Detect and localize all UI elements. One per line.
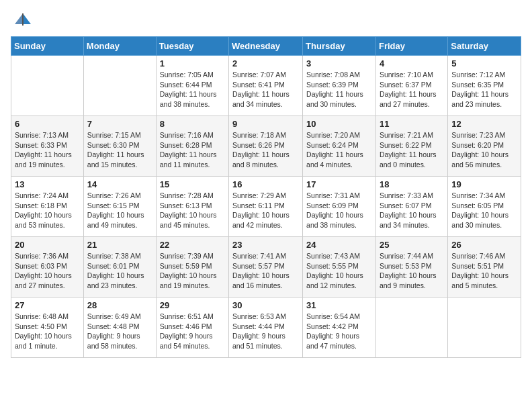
day-info: Sunrise: 7:12 AM Sunset: 6:35 PM Dayligh… — [451, 70, 517, 109]
day-info: Sunrise: 7:44 AM Sunset: 5:53 PM Dayligh… — [380, 251, 444, 291]
calendar-week-row: 1Sunrise: 7:05 AM Sunset: 6:44 PM Daylig… — [11, 56, 521, 116]
day-number: 8 — [160, 119, 225, 129]
day-number: 25 — [380, 240, 444, 250]
day-number: 24 — [306, 240, 372, 250]
day-number: 19 — [451, 179, 517, 189]
day-info: Sunrise: 7:39 AM Sunset: 5:59 PM Dayligh… — [160, 251, 225, 291]
day-number: 9 — [232, 119, 299, 129]
day-number: 1 — [160, 58, 225, 68]
day-info: Sunrise: 7:31 AM Sunset: 6:09 PM Dayligh… — [306, 191, 372, 230]
day-number: 22 — [160, 240, 225, 250]
day-number: 3 — [306, 58, 372, 68]
calendar-cell: 20Sunrise: 7:36 AM Sunset: 6:03 PM Dayli… — [11, 237, 84, 298]
calendar-cell: 6Sunrise: 7:13 AM Sunset: 6:33 PM Daylig… — [11, 116, 84, 177]
calendar-cell: 2Sunrise: 7:07 AM Sunset: 6:41 PM Daylig… — [229, 56, 303, 116]
day-number: 20 — [15, 240, 80, 250]
weekday-header: Friday — [375, 37, 447, 56]
day-info: Sunrise: 7:08 AM Sunset: 6:39 PM Dayligh… — [306, 70, 372, 109]
day-info: Sunrise: 7:43 AM Sunset: 5:55 PM Dayligh… — [306, 251, 372, 291]
day-number: 11 — [380, 119, 444, 129]
calendar-cell — [11, 56, 84, 116]
calendar-cell: 19Sunrise: 7:34 AM Sunset: 6:05 PM Dayli… — [448, 177, 521, 237]
svg-marker-0 — [23, 13, 31, 24]
day-info: Sunrise: 7:28 AM Sunset: 6:13 PM Dayligh… — [160, 191, 225, 230]
day-number: 5 — [451, 58, 517, 68]
calendar-cell: 22Sunrise: 7:39 AM Sunset: 5:59 PM Dayli… — [156, 237, 228, 298]
day-info: Sunrise: 6:48 AM Sunset: 4:50 PM Dayligh… — [15, 312, 80, 351]
day-info: Sunrise: 6:53 AM Sunset: 4:44 PM Dayligh… — [232, 312, 299, 351]
calendar-cell: 13Sunrise: 7:24 AM Sunset: 6:18 PM Dayli… — [11, 177, 84, 237]
day-info: Sunrise: 7:34 AM Sunset: 6:05 PM Dayligh… — [451, 191, 517, 230]
day-info: Sunrise: 7:16 AM Sunset: 6:28 PM Dayligh… — [160, 130, 225, 170]
calendar-cell: 16Sunrise: 7:29 AM Sunset: 6:11 PM Dayli… — [229, 177, 303, 237]
header — [11, 11, 521, 30]
day-info: Sunrise: 7:41 AM Sunset: 5:57 PM Dayligh… — [232, 251, 299, 291]
day-number: 21 — [87, 240, 152, 250]
day-info: Sunrise: 6:51 AM Sunset: 4:46 PM Dayligh… — [160, 312, 225, 351]
page: SundayMondayTuesdayWednesdayThursdayFrid… — [0, 0, 532, 366]
calendar-cell: 17Sunrise: 7:31 AM Sunset: 6:09 PM Dayli… — [303, 177, 376, 237]
day-info: Sunrise: 7:46 AM Sunset: 5:51 PM Dayligh… — [451, 251, 517, 291]
calendar-cell — [375, 298, 447, 358]
calendar-cell: 29Sunrise: 6:51 AM Sunset: 4:46 PM Dayli… — [156, 298, 228, 358]
calendar-cell: 28Sunrise: 6:49 AM Sunset: 4:48 PM Dayli… — [83, 298, 156, 358]
day-number: 14 — [87, 179, 152, 189]
calendar-cell: 18Sunrise: 7:33 AM Sunset: 6:07 PM Dayli… — [375, 177, 447, 237]
calendar-cell: 1Sunrise: 7:05 AM Sunset: 6:44 PM Daylig… — [156, 56, 228, 116]
calendar-cell: 27Sunrise: 6:48 AM Sunset: 4:50 PM Dayli… — [11, 298, 84, 358]
day-info: Sunrise: 7:18 AM Sunset: 6:26 PM Dayligh… — [232, 130, 299, 170]
day-info: Sunrise: 7:13 AM Sunset: 6:33 PM Dayligh… — [15, 130, 80, 170]
day-number: 17 — [306, 179, 372, 189]
day-info: Sunrise: 7:29 AM Sunset: 6:11 PM Dayligh… — [232, 191, 299, 230]
day-number: 2 — [232, 58, 299, 68]
day-number: 29 — [160, 300, 225, 310]
day-number: 10 — [306, 119, 372, 129]
calendar-header-row: SundayMondayTuesdayWednesdayThursdayFrid… — [11, 37, 521, 56]
day-info: Sunrise: 7:15 AM Sunset: 6:30 PM Dayligh… — [87, 130, 152, 170]
day-info: Sunrise: 7:24 AM Sunset: 6:18 PM Dayligh… — [15, 191, 80, 230]
day-info: Sunrise: 7:20 AM Sunset: 6:24 PM Dayligh… — [306, 130, 372, 170]
day-info: Sunrise: 7:38 AM Sunset: 6:01 PM Dayligh… — [87, 251, 152, 291]
calendar-cell: 7Sunrise: 7:15 AM Sunset: 6:30 PM Daylig… — [83, 116, 156, 177]
weekday-header: Tuesday — [156, 37, 228, 56]
calendar-cell: 10Sunrise: 7:20 AM Sunset: 6:24 PM Dayli… — [303, 116, 376, 177]
logo-icon — [13, 11, 32, 30]
day-number: 15 — [160, 179, 225, 189]
day-number: 7 — [87, 119, 152, 129]
day-info: Sunrise: 7:21 AM Sunset: 6:22 PM Dayligh… — [380, 130, 444, 170]
calendar-cell: 21Sunrise: 7:38 AM Sunset: 6:01 PM Dayli… — [83, 237, 156, 298]
calendar-cell: 5Sunrise: 7:12 AM Sunset: 6:35 PM Daylig… — [448, 56, 521, 116]
calendar-cell: 4Sunrise: 7:10 AM Sunset: 6:37 PM Daylig… — [375, 56, 447, 116]
weekday-header: Sunday — [11, 37, 84, 56]
calendar-cell — [83, 56, 156, 116]
weekday-header: Wednesday — [229, 37, 303, 56]
day-number: 30 — [232, 300, 299, 310]
day-number: 23 — [232, 240, 299, 250]
day-number: 27 — [15, 300, 80, 310]
calendar-cell: 31Sunrise: 6:54 AM Sunset: 4:42 PM Dayli… — [303, 298, 376, 358]
calendar-cell: 25Sunrise: 7:44 AM Sunset: 5:53 PM Dayli… — [375, 237, 447, 298]
day-info: Sunrise: 7:36 AM Sunset: 6:03 PM Dayligh… — [15, 251, 80, 291]
day-info: Sunrise: 7:23 AM Sunset: 6:20 PM Dayligh… — [451, 130, 517, 170]
day-number: 12 — [451, 119, 517, 129]
calendar-table: SundayMondayTuesdayWednesdayThursdayFrid… — [11, 36, 521, 358]
day-number: 18 — [380, 179, 444, 189]
day-info: Sunrise: 7:33 AM Sunset: 6:07 PM Dayligh… — [380, 191, 444, 230]
calendar-cell: 15Sunrise: 7:28 AM Sunset: 6:13 PM Dayli… — [156, 177, 228, 237]
calendar-cell: 30Sunrise: 6:53 AM Sunset: 4:44 PM Dayli… — [229, 298, 303, 358]
calendar-cell: 11Sunrise: 7:21 AM Sunset: 6:22 PM Dayli… — [375, 116, 447, 177]
calendar-cell: 3Sunrise: 7:08 AM Sunset: 6:39 PM Daylig… — [303, 56, 376, 116]
day-number: 28 — [87, 300, 152, 310]
weekday-header: Thursday — [303, 37, 376, 56]
calendar-week-row: 6Sunrise: 7:13 AM Sunset: 6:33 PM Daylig… — [11, 116, 521, 177]
calendar-week-row: 27Sunrise: 6:48 AM Sunset: 4:50 PM Dayli… — [11, 298, 521, 358]
day-info: Sunrise: 7:07 AM Sunset: 6:41 PM Dayligh… — [232, 70, 299, 109]
calendar-cell: 8Sunrise: 7:16 AM Sunset: 6:28 PM Daylig… — [156, 116, 228, 177]
calendar-week-row: 13Sunrise: 7:24 AM Sunset: 6:18 PM Dayli… — [11, 177, 521, 237]
day-info: Sunrise: 6:49 AM Sunset: 4:48 PM Dayligh… — [87, 312, 152, 351]
weekday-header: Monday — [83, 37, 156, 56]
day-info: Sunrise: 7:05 AM Sunset: 6:44 PM Dayligh… — [160, 70, 225, 109]
calendar-cell: 24Sunrise: 7:43 AM Sunset: 5:55 PM Dayli… — [303, 237, 376, 298]
calendar-cell: 12Sunrise: 7:23 AM Sunset: 6:20 PM Dayli… — [448, 116, 521, 177]
svg-rect-2 — [22, 13, 24, 26]
